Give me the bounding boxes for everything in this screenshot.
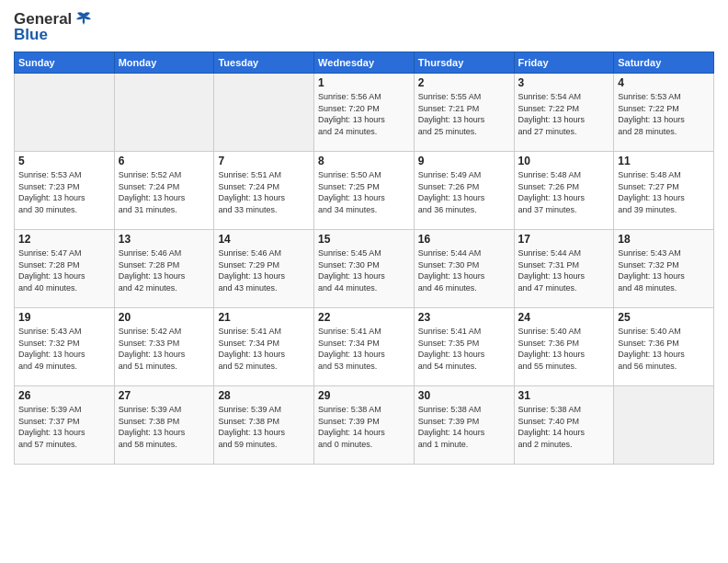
weekday-header-sunday: Sunday <box>15 52 115 74</box>
cell-content: Sunrise: 5:52 AM Sunset: 7:24 PM Dayligh… <box>119 169 210 215</box>
day-number: 3 <box>518 76 610 89</box>
day-number: 28 <box>218 389 310 402</box>
cell-content: Sunrise: 5:49 AM Sunset: 7:26 PM Dayligh… <box>418 169 510 215</box>
day-number: 2 <box>418 76 510 89</box>
day-number: 4 <box>618 76 710 89</box>
cell-content: Sunrise: 5:41 AM Sunset: 7:34 PM Dayligh… <box>218 326 310 372</box>
calendar-cell: 24Sunrise: 5:40 AM Sunset: 7:36 PM Dayli… <box>514 308 614 386</box>
weekday-header-friday: Friday <box>514 52 614 74</box>
calendar-cell: 26Sunrise: 5:39 AM Sunset: 7:37 PM Dayli… <box>15 386 115 465</box>
cell-content: Sunrise: 5:51 AM Sunset: 7:24 PM Dayligh… <box>218 169 310 215</box>
day-number: 19 <box>18 311 110 324</box>
day-number: 9 <box>418 155 510 167</box>
calendar-cell: 19Sunrise: 5:43 AM Sunset: 7:32 PM Dayli… <box>15 308 115 386</box>
cell-content: Sunrise: 5:55 AM Sunset: 7:21 PM Dayligh… <box>418 91 510 137</box>
cell-content: Sunrise: 5:40 AM Sunset: 7:36 PM Dayligh… <box>518 326 610 372</box>
logo-bird-icon <box>74 9 94 29</box>
calendar-cell: 17Sunrise: 5:44 AM Sunset: 7:31 PM Dayli… <box>514 230 614 308</box>
calendar-week-4: 19Sunrise: 5:43 AM Sunset: 7:32 PM Dayli… <box>15 308 714 386</box>
cell-content: Sunrise: 5:39 AM Sunset: 7:37 PM Dayligh… <box>18 404 110 450</box>
cell-content: Sunrise: 5:42 AM Sunset: 7:33 PM Dayligh… <box>119 326 210 372</box>
calendar-cell <box>214 74 314 152</box>
calendar-cell: 28Sunrise: 5:39 AM Sunset: 7:38 PM Dayli… <box>214 386 314 465</box>
calendar-cell <box>614 386 714 465</box>
cell-content: Sunrise: 5:56 AM Sunset: 7:20 PM Dayligh… <box>318 91 410 137</box>
cell-content: Sunrise: 5:38 AM Sunset: 7:39 PM Dayligh… <box>318 404 410 450</box>
calendar-cell: 3Sunrise: 5:54 AM Sunset: 7:22 PM Daylig… <box>514 74 614 152</box>
calendar-cell: 14Sunrise: 5:46 AM Sunset: 7:29 PM Dayli… <box>214 230 314 308</box>
calendar-cell: 23Sunrise: 5:41 AM Sunset: 7:35 PM Dayli… <box>414 308 514 386</box>
day-number: 26 <box>18 389 110 402</box>
weekday-header-monday: Monday <box>114 52 214 74</box>
cell-content: Sunrise: 5:53 AM Sunset: 7:23 PM Dayligh… <box>18 169 110 215</box>
cell-content: Sunrise: 5:48 AM Sunset: 7:26 PM Dayligh… <box>518 169 610 215</box>
calendar-week-5: 26Sunrise: 5:39 AM Sunset: 7:37 PM Dayli… <box>15 386 714 465</box>
calendar-cell: 25Sunrise: 5:40 AM Sunset: 7:36 PM Dayli… <box>614 308 714 386</box>
calendar-cell: 15Sunrise: 5:45 AM Sunset: 7:30 PM Dayli… <box>314 230 415 308</box>
calendar-cell: 13Sunrise: 5:46 AM Sunset: 7:28 PM Dayli… <box>114 230 214 308</box>
day-number: 20 <box>119 311 210 324</box>
calendar-cell: 18Sunrise: 5:43 AM Sunset: 7:32 PM Dayli… <box>614 230 714 308</box>
day-number: 22 <box>318 311 410 324</box>
logo: General Blue <box>14 9 94 44</box>
day-number: 30 <box>418 389 510 402</box>
cell-content: Sunrise: 5:54 AM Sunset: 7:22 PM Dayligh… <box>518 91 610 137</box>
day-number: 12 <box>18 233 110 246</box>
calendar-cell: 10Sunrise: 5:48 AM Sunset: 7:26 PM Dayli… <box>514 152 614 230</box>
calendar-cell: 20Sunrise: 5:42 AM Sunset: 7:33 PM Dayli… <box>114 308 214 386</box>
cell-content: Sunrise: 5:45 AM Sunset: 7:30 PM Dayligh… <box>318 247 410 293</box>
calendar-cell: 5Sunrise: 5:53 AM Sunset: 7:23 PM Daylig… <box>15 152 115 230</box>
weekday-header-wednesday: Wednesday <box>314 52 415 74</box>
day-number: 16 <box>418 233 510 246</box>
calendar-cell: 16Sunrise: 5:44 AM Sunset: 7:30 PM Dayli… <box>414 230 514 308</box>
weekday-header-tuesday: Tuesday <box>214 52 314 74</box>
calendar-cell: 6Sunrise: 5:52 AM Sunset: 7:24 PM Daylig… <box>114 152 214 230</box>
cell-content: Sunrise: 5:44 AM Sunset: 7:31 PM Dayligh… <box>518 247 610 293</box>
calendar-cell: 31Sunrise: 5:38 AM Sunset: 7:40 PM Dayli… <box>514 386 614 465</box>
cell-content: Sunrise: 5:38 AM Sunset: 7:40 PM Dayligh… <box>518 404 610 450</box>
weekday-header-saturday: Saturday <box>614 52 714 74</box>
day-number: 27 <box>119 389 210 402</box>
day-number: 24 <box>518 311 610 324</box>
calendar-cell: 9Sunrise: 5:49 AM Sunset: 7:26 PM Daylig… <box>414 152 514 230</box>
day-number: 7 <box>218 155 310 167</box>
cell-content: Sunrise: 5:46 AM Sunset: 7:29 PM Dayligh… <box>218 247 310 293</box>
day-number: 21 <box>218 311 310 324</box>
cell-content: Sunrise: 5:47 AM Sunset: 7:28 PM Dayligh… <box>18 247 110 293</box>
day-number: 14 <box>218 233 310 246</box>
cell-content: Sunrise: 5:43 AM Sunset: 7:32 PM Dayligh… <box>18 326 110 372</box>
cell-content: Sunrise: 5:53 AM Sunset: 7:22 PM Dayligh… <box>618 91 710 137</box>
cell-content: Sunrise: 5:40 AM Sunset: 7:36 PM Dayligh… <box>618 326 710 372</box>
day-number: 18 <box>618 233 710 246</box>
page-container: General Blue SundayMondayTuesdayWednesda… <box>0 0 728 469</box>
calendar-cell: 7Sunrise: 5:51 AM Sunset: 7:24 PM Daylig… <box>214 152 314 230</box>
calendar-cell: 30Sunrise: 5:38 AM Sunset: 7:39 PM Dayli… <box>414 386 514 465</box>
cell-content: Sunrise: 5:39 AM Sunset: 7:38 PM Dayligh… <box>218 404 310 450</box>
day-number: 8 <box>318 155 410 167</box>
cell-content: Sunrise: 5:38 AM Sunset: 7:39 PM Dayligh… <box>418 404 510 450</box>
calendar-cell: 27Sunrise: 5:39 AM Sunset: 7:38 PM Dayli… <box>114 386 214 465</box>
day-number: 6 <box>119 155 210 167</box>
cell-content: Sunrise: 5:48 AM Sunset: 7:27 PM Dayligh… <box>618 169 710 215</box>
day-number: 11 <box>618 155 710 167</box>
cell-content: Sunrise: 5:46 AM Sunset: 7:28 PM Dayligh… <box>119 247 210 293</box>
day-number: 17 <box>518 233 610 246</box>
cell-content: Sunrise: 5:41 AM Sunset: 7:34 PM Dayligh… <box>318 326 410 372</box>
cell-content: Sunrise: 5:43 AM Sunset: 7:32 PM Dayligh… <box>618 247 710 293</box>
cell-content: Sunrise: 5:50 AM Sunset: 7:25 PM Dayligh… <box>318 169 410 215</box>
cell-content: Sunrise: 5:39 AM Sunset: 7:38 PM Dayligh… <box>119 404 210 450</box>
calendar-table: SundayMondayTuesdayWednesdayThursdayFrid… <box>14 52 714 465</box>
calendar-cell: 29Sunrise: 5:38 AM Sunset: 7:39 PM Dayli… <box>314 386 415 465</box>
day-number: 31 <box>518 389 610 402</box>
calendar-week-2: 5Sunrise: 5:53 AM Sunset: 7:23 PM Daylig… <box>15 152 714 230</box>
calendar-cell: 21Sunrise: 5:41 AM Sunset: 7:34 PM Dayli… <box>214 308 314 386</box>
calendar-cell: 2Sunrise: 5:55 AM Sunset: 7:21 PM Daylig… <box>414 74 514 152</box>
header: General Blue <box>14 9 714 44</box>
weekday-header-thursday: Thursday <box>414 52 514 74</box>
calendar-cell: 1Sunrise: 5:56 AM Sunset: 7:20 PM Daylig… <box>314 74 415 152</box>
day-number: 29 <box>318 389 410 402</box>
cell-content: Sunrise: 5:41 AM Sunset: 7:35 PM Dayligh… <box>418 326 510 372</box>
logo-blue-text: Blue <box>14 26 48 44</box>
calendar-cell: 11Sunrise: 5:48 AM Sunset: 7:27 PM Dayli… <box>614 152 714 230</box>
day-number: 15 <box>318 233 410 246</box>
